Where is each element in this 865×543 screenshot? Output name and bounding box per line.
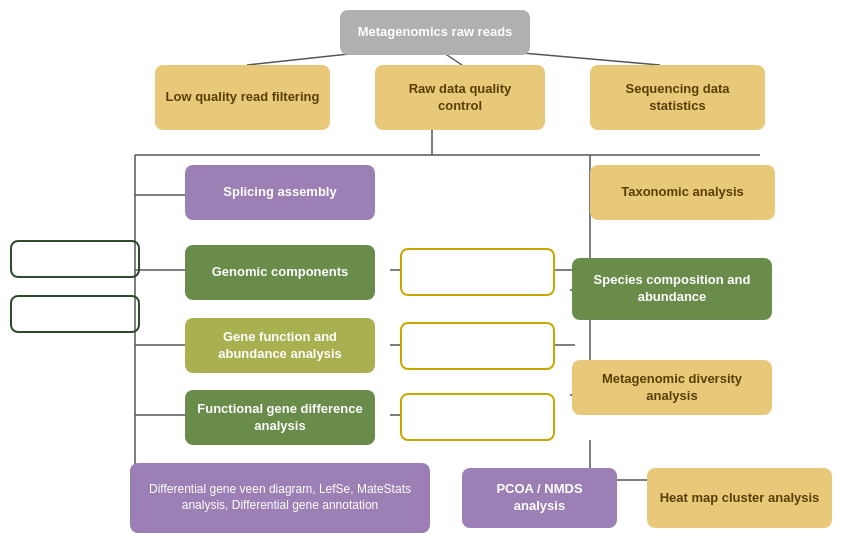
outline-box-1 <box>10 240 140 278</box>
outline-yellow-2 <box>400 322 555 370</box>
genomic-components-node: Genomic components <box>185 245 375 300</box>
differential-gene-node: Differential gene veen diagram, LefSe, M… <box>130 463 430 533</box>
heat-map-node: Heat map cluster analysis <box>647 468 832 528</box>
low-quality-node: Low quality read filtering <box>155 65 330 130</box>
outline-box-2 <box>10 295 140 333</box>
outline-yellow-1 <box>400 248 555 296</box>
metagenomic-div-node: Metagenomic diversity analysis <box>572 360 772 415</box>
sequencing-node: Sequencing data statistics <box>590 65 765 130</box>
species-comp-node: Species composition and abundance <box>572 258 772 320</box>
functional-gene-node: Functional gene difference analysis <box>185 390 375 445</box>
raw-data-node: Raw data quality control <box>375 65 545 130</box>
gene-function-node: Gene function and abundance analysis <box>185 318 375 373</box>
diagram: Metagenomics raw reads Low quality read … <box>0 0 865 543</box>
splicing-assembly-node: Splicing assembly <box>185 165 375 220</box>
taxonomic-node: Taxonomic analysis <box>590 165 775 220</box>
outline-yellow-3 <box>400 393 555 441</box>
pcoa-node: PCOA / NMDS analysis <box>462 468 617 528</box>
metagenomics-raw-reads-node: Metagenomics raw reads <box>340 10 530 55</box>
